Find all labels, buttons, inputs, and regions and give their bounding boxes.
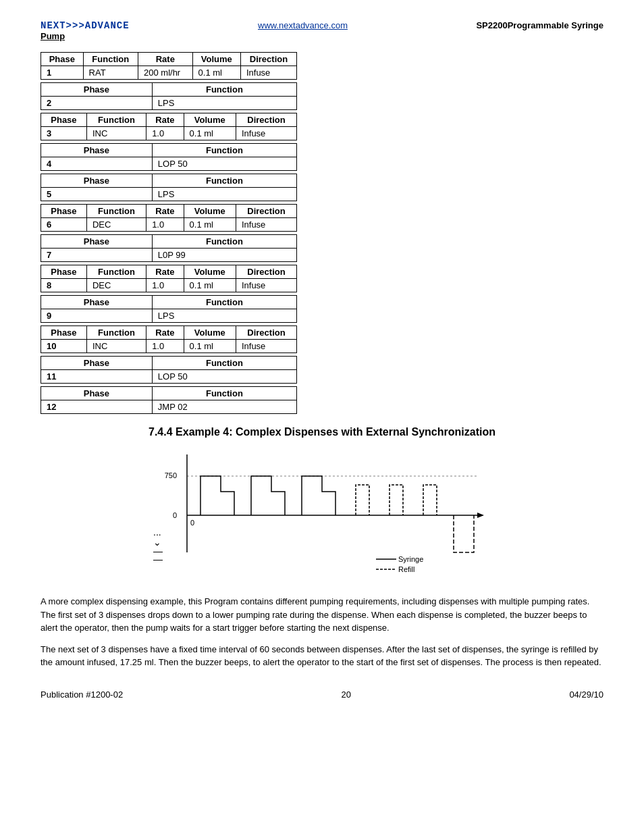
phase-table-12: PhaseFunction12JMP 02: [41, 386, 297, 414]
description-para-1: A more complex dispensing example, this …: [41, 595, 603, 635]
description-para-2: The next set of 3 dispenses have a fixed…: [41, 643, 603, 669]
page-number: 20: [342, 689, 351, 700]
x-label-0: 0: [190, 519, 194, 527]
ellipsis4: —: [153, 554, 163, 565]
phase-table-11: PhaseFunction11LOP 50: [41, 356, 297, 384]
product-name: SP2200Programmable Syringe: [476, 20, 603, 30]
chart-area: 750 0 0 Syringe Refill ... ⌄ — —: [146, 448, 498, 583]
phase-table-7: PhaseFunction7L0P 99: [41, 234, 297, 262]
phase-table-10: PhaseFunctionRateVolumeDirection10INC1.0…: [41, 325, 297, 353]
publication-info: Publication #1200-02: [41, 689, 123, 700]
legend-refill-label: Refill: [398, 565, 414, 573]
svg-marker-2: [477, 513, 484, 518]
section-heading: 7.4.4 Example 4: Complex Dispenses with …: [41, 426, 603, 438]
phase-table-4: PhaseFunction4LOP 50: [41, 143, 297, 171]
page-header: NEXT>>>ADVANCE Pump www.nextadvance.com …: [41, 20, 603, 49]
y-label-0: 0: [173, 511, 177, 519]
date-info: 04/29/10: [569, 689, 603, 700]
phase-table-5: PhaseFunction5LPS: [41, 174, 297, 201]
phase-table-3: PhaseFunctionRateVolumeDirection3INC1.00…: [41, 113, 297, 140]
description-section: A more complex dispensing example, this …: [41, 595, 603, 669]
dispense-chart: 750 0 0 Syringe Refill ... ⌄ — —: [146, 448, 498, 583]
legend-syringe-label: Syringe: [398, 555, 423, 563]
ellipsis: ...: [153, 527, 161, 538]
phase-table-6: PhaseFunctionRateVolumeDirection6DEC1.00…: [41, 204, 297, 232]
phase-table-9: PhaseFunction9LPS: [41, 295, 297, 323]
phase-table-2: PhaseFunction2LPS: [41, 82, 297, 110]
company-logo: NEXT>>>ADVANCE Pump: [41, 20, 130, 49]
phase-tables: PhaseFunctionRateVolumeDirection1RAT200 …: [41, 52, 603, 414]
header-url: www.nextadvance.com: [258, 20, 348, 30]
page-footer: Publication #1200-02 20 04/29/10: [41, 689, 603, 700]
phase-table-1: PhaseFunctionRateVolumeDirection1RAT200 …: [41, 52, 297, 80]
y-label-750: 750: [165, 471, 177, 479]
phase-table-8: PhaseFunctionRateVolumeDirection8DEC1.00…: [41, 265, 297, 292]
